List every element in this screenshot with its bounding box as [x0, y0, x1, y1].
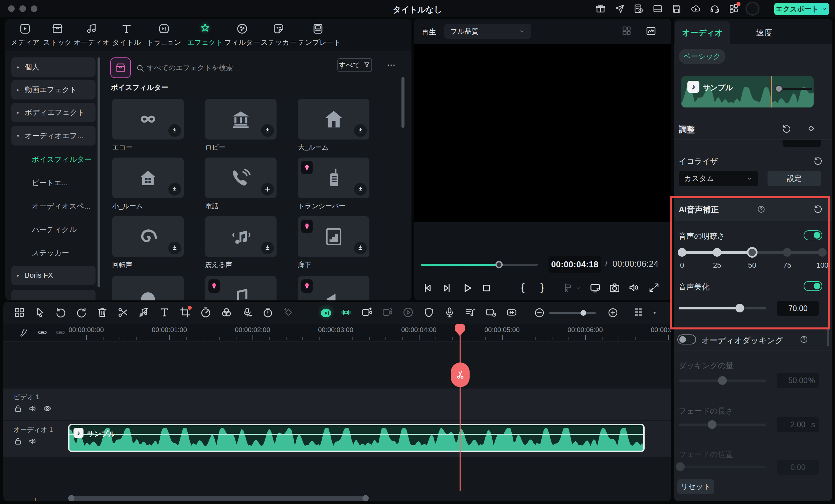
playhead-line[interactable]	[460, 324, 461, 491]
download-icon[interactable]	[354, 241, 367, 254]
toolbar-mask-button[interactable]	[423, 307, 435, 318]
save-icon[interactable]	[671, 3, 682, 14]
quality-dropdown[interactable]: フル品質	[444, 24, 531, 39]
track-manager-button[interactable]	[633, 307, 645, 318]
tab-effects-active[interactable]: エフェクト	[185, 22, 225, 47]
reset-button[interactable]: リセット	[677, 479, 714, 494]
mark-point-button[interactable]	[561, 282, 573, 294]
toolbar-audio-to-text-button[interactable]	[464, 307, 476, 318]
zoom-window-button[interactable]	[31, 5, 37, 12]
toolbar-select-tool-button[interactable]	[34, 307, 46, 318]
ducking-row-handle[interactable]	[718, 376, 727, 385]
more-options-button[interactable]	[386, 60, 396, 70]
ducking-row-value[interactable]: 0.00	[777, 460, 819, 475]
scopes-button[interactable]	[645, 25, 657, 37]
effects-store-button[interactable]	[110, 57, 131, 78]
toolbar-split-button[interactable]	[117, 307, 129, 318]
tab-nav-2[interactable]: オーディオ	[72, 22, 111, 47]
equalizer-preset-dropdown[interactable]: カスタム	[679, 171, 758, 186]
eye-icon[interactable]	[43, 404, 52, 413]
scroll-cap-left[interactable]	[68, 495, 75, 501]
clip-volume-handle[interactable]	[775, 85, 783, 93]
playback-play-button[interactable]	[461, 282, 474, 294]
download-icon[interactable]	[354, 183, 367, 195]
timeline-hscrollbar[interactable]	[68, 496, 369, 501]
inspector-scrollbar[interactable]	[827, 327, 829, 346]
sidebar-item-4[interactable]: ボイスフィルター	[32, 153, 92, 166]
audio-clip-preview[interactable]: ♪ サンプル	[681, 76, 814, 107]
effect-card-小_ルーム[interactable]	[112, 158, 184, 198]
zoom-slider-track[interactable]	[549, 312, 596, 314]
task-list-icon[interactable]	[633, 3, 644, 14]
audio-clip[interactable]: ♪ サンプル	[68, 424, 645, 452]
current-timecode[interactable]: 00:00:04:18	[548, 256, 601, 273]
tab-nav-8[interactable]: テンプレート	[298, 22, 338, 47]
sidebar-item-8[interactable]: ステッカー	[32, 247, 69, 259]
tab-speed[interactable]: 速度	[744, 21, 784, 44]
snapshot-button[interactable]	[609, 282, 620, 294]
preview-progress-handle[interactable]	[495, 261, 503, 268]
toolbar-toolbox-button[interactable]	[13, 307, 25, 318]
ducking-toggle[interactable]	[677, 334, 696, 344]
track-lane-0[interactable]	[3, 388, 671, 420]
reset-icon[interactable]	[813, 155, 823, 166]
clip-volume-line[interactable]	[69, 434, 643, 435]
lock-icon[interactable]	[13, 437, 23, 446]
download-icon[interactable]	[168, 124, 181, 137]
toolbar-render-preview-button[interactable]	[319, 307, 333, 320]
cloud-upload-icon[interactable]	[690, 3, 701, 14]
scroll-cap-right[interactable]	[362, 495, 369, 501]
tab-nav-3[interactable]: タイトル	[106, 22, 147, 47]
chevron-down-icon[interactable]	[575, 285, 581, 291]
effect-card-トランシーバー[interactable]	[298, 158, 369, 198]
playback-next-frame-button[interactable]	[441, 282, 453, 294]
playback-stop-button[interactable]	[480, 282, 493, 294]
tab-nav-7[interactable]: ステッカー	[259, 22, 299, 47]
clarity-step-75[interactable]	[783, 248, 792, 257]
download-icon[interactable]	[261, 124, 274, 137]
toolbar-timer-button[interactable]	[262, 307, 274, 318]
toolbar-auto-ripple-button[interactable]	[506, 307, 518, 318]
sidebar-item-7[interactable]: パーティクル	[32, 224, 77, 236]
effect-card-partial-9[interactable]	[112, 276, 184, 300]
link-clips-icon[interactable]	[37, 328, 47, 337]
toolbar-crop-button[interactable]	[179, 307, 191, 318]
filter-all-button[interactable]: すべて	[337, 58, 372, 72]
keyframe-diamond-icon[interactable]	[806, 124, 816, 133]
toolbar-keyframe-button[interactable]	[283, 307, 294, 318]
ducking-row-slider[interactable]	[679, 466, 766, 468]
mute-button[interactable]	[628, 282, 640, 294]
toolbar-speed-button[interactable]	[200, 307, 212, 318]
tab-nav-6[interactable]: フィルター	[222, 22, 262, 47]
mark-out-button[interactable]: }	[541, 281, 544, 293]
toolbar-text-tool-button[interactable]	[158, 307, 170, 318]
speaker-icon[interactable]	[28, 437, 37, 446]
close-window-button[interactable]	[8, 5, 15, 12]
sidebar-scrollbar[interactable]	[98, 57, 100, 287]
toolbar-color-match-button[interactable]	[220, 307, 232, 318]
toolbar-delete-button[interactable]	[96, 307, 108, 318]
reset-icon[interactable]	[813, 204, 823, 214]
toolbar-screen-record-button[interactable]	[485, 307, 497, 318]
display-mode-button[interactable]	[589, 282, 601, 294]
lock-icon[interactable]	[13, 404, 23, 413]
layout-grid-button[interactable]	[621, 25, 632, 36]
ducking-row-slider[interactable]	[679, 424, 766, 426]
sidebar-group-3[interactable]: ▾オーディオエフ...	[12, 126, 96, 146]
beautify-value[interactable]: 70.00	[777, 301, 819, 316]
effect-card-廊下[interactable]	[298, 216, 369, 257]
tab-nav-4[interactable]: トラ...ョン	[144, 22, 184, 47]
help-icon[interactable]	[800, 335, 808, 344]
sidebar-group-1[interactable]: ▸動画エフェクト	[12, 80, 96, 100]
effect-card-エコー[interactable]	[112, 99, 184, 140]
download-icon[interactable]	[168, 183, 181, 195]
toolbar-audio-split-button[interactable]	[138, 307, 150, 318]
sidebar-group-clipped[interactable]	[12, 290, 96, 300]
effect-card-partial-11[interactable]	[298, 276, 369, 300]
search-input[interactable]: すべてのエフェクトを検索	[147, 63, 233, 72]
download-icon[interactable]	[261, 241, 274, 254]
speaker-icon[interactable]	[28, 404, 37, 413]
clarity-toggle[interactable]	[803, 230, 822, 240]
unlink-clips-icon[interactable]	[56, 328, 65, 337]
effect-card-電話[interactable]	[205, 158, 277, 198]
